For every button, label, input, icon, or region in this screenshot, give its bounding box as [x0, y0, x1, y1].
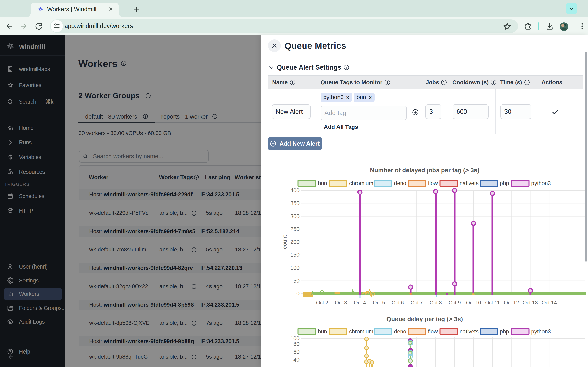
svg-text:nativets: nativets	[459, 180, 479, 186]
svg-text:Oct 14: Oct 14	[542, 300, 557, 305]
svg-text:200: 200	[290, 239, 300, 245]
svg-text:Oct 13: Oct 13	[523, 300, 538, 305]
svg-text:60: 60	[293, 349, 300, 355]
svg-text:php: php	[500, 180, 509, 186]
svg-text:400: 400	[290, 187, 300, 193]
svg-text:Oct 12: Oct 12	[504, 300, 519, 305]
svg-text:100: 100	[290, 335, 300, 342]
svg-text:python3: python3	[531, 328, 551, 334]
svg-text:Oct 6: Oct 6	[392, 300, 404, 305]
svg-text:Oct 7: Oct 7	[411, 300, 423, 305]
svg-text:Oct 11: Oct 11	[485, 300, 500, 305]
svg-text:0: 0	[296, 291, 300, 297]
svg-text:deno: deno	[394, 328, 406, 334]
svg-text:Oct 10: Oct 10	[466, 300, 481, 305]
svg-text:bun: bun	[318, 328, 327, 334]
svg-text:100: 100	[290, 265, 300, 271]
svg-text:deno: deno	[394, 180, 406, 186]
svg-text:flow: flow	[428, 180, 438, 186]
svg-text:Oct 2: Oct 2	[316, 300, 328, 305]
svg-text:150: 150	[290, 252, 300, 258]
svg-text:Number of delayed jobs per tag: Number of delayed jobs per tag (> 3s)	[370, 167, 479, 174]
svg-text:Oct 8: Oct 8	[430, 300, 442, 305]
svg-text:python3: python3	[531, 180, 551, 186]
svg-text:300: 300	[290, 213, 300, 219]
svg-text:nativets: nativets	[459, 328, 479, 334]
svg-text:350: 350	[290, 200, 300, 206]
svg-text:Oct 5: Oct 5	[373, 300, 385, 305]
svg-text:Oct 3: Oct 3	[335, 300, 347, 305]
svg-text:chromium: chromium	[349, 180, 373, 186]
svg-text:Oct 9: Oct 9	[449, 300, 461, 305]
svg-text:40: 40	[293, 357, 300, 363]
svg-text:Queue delay per tag (> 3s): Queue delay per tag (> 3s)	[387, 316, 463, 322]
svg-text:chromium: chromium	[349, 328, 373, 334]
svg-text:250: 250	[290, 226, 300, 232]
svg-text:php: php	[500, 328, 509, 334]
svg-text:flow: flow	[428, 328, 438, 334]
svg-text:Oct 4: Oct 4	[354, 300, 366, 305]
svg-text:count: count	[282, 235, 288, 249]
svg-text:50: 50	[293, 278, 300, 284]
svg-text:80: 80	[293, 341, 300, 347]
svg-text:bun: bun	[318, 180, 327, 186]
